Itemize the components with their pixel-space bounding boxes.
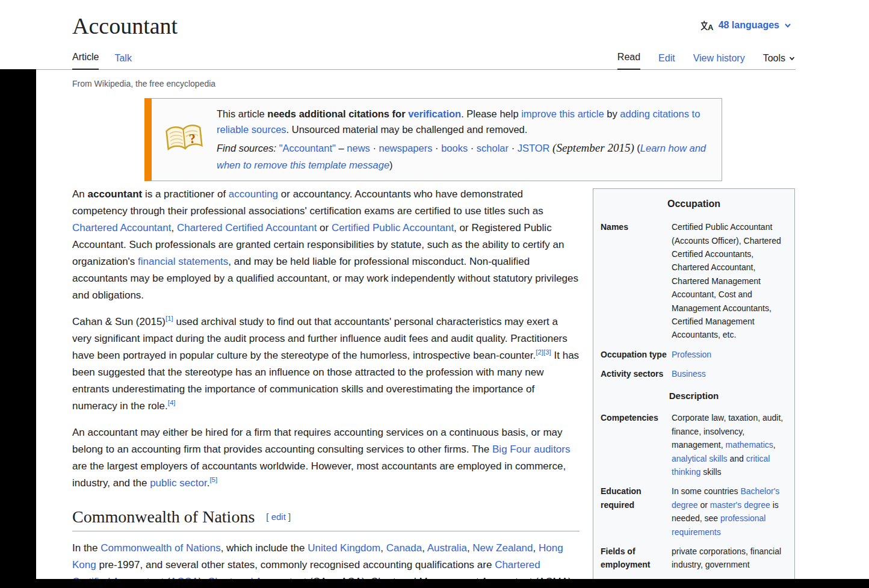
inline-link[interactable]: books	[441, 143, 468, 153]
inline-link[interactable]: United Kingdom	[308, 542, 380, 554]
inline-link[interactable]: scholar	[477, 143, 509, 153]
infobox-value: Business	[672, 367, 787, 380]
text-run: In the	[72, 542, 101, 554]
text-run: ,	[533, 542, 539, 554]
infobox-label: Education required	[601, 484, 667, 539]
title-row: Accountant A 48 languages	[72, 0, 796, 53]
inline-link[interactable]: public sector	[150, 477, 207, 489]
text-run: (September 2015)	[552, 141, 634, 154]
infobox-label: Occupation type	[601, 348, 667, 361]
inline-link[interactable]: master's degree	[710, 500, 770, 510]
text-run: Cahan & Sun (2015)	[72, 316, 165, 327]
infobox-row-activity-sectors: Activity sectors Business	[601, 364, 787, 383]
inline-link[interactable]: financial statements	[138, 256, 228, 267]
text-run: ·	[432, 143, 441, 153]
citation-notice-text: This article needs additional citations …	[217, 106, 711, 173]
section-edit-link[interactable]: edit	[271, 512, 286, 522]
infobox-row-education-required: Education required In some countries Bac…	[601, 481, 787, 542]
text-run: or	[698, 500, 710, 510]
text-run: –	[336, 143, 347, 153]
text-run: skills	[700, 467, 721, 477]
edit-bracket-close: ]	[286, 512, 291, 522]
inline-link[interactable]: [4]	[168, 399, 176, 406]
tools-menu-button[interactable]: Tools	[763, 53, 796, 70]
inline-link[interactable]: verification	[408, 108, 461, 119]
text-run: ,	[171, 222, 176, 234]
page-title: Accountant	[72, 13, 178, 40]
inline-link[interactable]: Chartered Certified Accountant	[177, 222, 317, 234]
text-run: needs additional citations for	[267, 108, 408, 119]
text-run: )	[389, 159, 393, 170]
text-run: Find sources:	[217, 143, 276, 153]
text-run: An accountant may either be hired for a …	[72, 427, 563, 455]
inline-link[interactable]: newspapers	[379, 143, 432, 153]
chevron-down-icon	[788, 55, 796, 62]
tab-edit[interactable]: Edit	[658, 53, 675, 70]
text-run: by	[604, 108, 620, 119]
tab-view-history[interactable]: View history	[693, 53, 745, 70]
infobox-value: private corporations, financial industry…	[672, 545, 787, 572]
inline-link[interactable]: Certified Public Accountant	[332, 222, 454, 234]
infobox-row-fields-of-employment: Fields of employment private corporation…	[601, 542, 787, 575]
infobox-value: Profession	[672, 348, 787, 361]
view-tabs: Read Edit View history Tools	[599, 52, 796, 69]
infobox-subheader: Description	[601, 383, 787, 408]
infobox-label: Fields of employment	[601, 545, 667, 572]
infobox-label: Competencies	[601, 411, 667, 478]
text-run: ,	[380, 542, 386, 554]
section-edit: [ edit ]	[266, 512, 291, 522]
languages-label: 48 languages	[719, 20, 779, 31]
text-run: Certified Public Accountant (Accounts Of…	[672, 222, 781, 339]
article-header: Accountant A 48 languages Article Talk	[0, 0, 869, 88]
infobox-value: Certified Public Accountant (Accounts Of…	[672, 220, 787, 342]
inline-link[interactable]: mathematics	[726, 440, 773, 450]
text-run: ,	[773, 440, 776, 450]
screen-black-bottom	[0, 579, 869, 588]
inline-link[interactable]: [1]	[165, 315, 173, 322]
inline-link[interactable]: Business	[672, 369, 706, 379]
text-run: ,	[422, 542, 427, 554]
inline-link[interactable]: [2]	[536, 348, 543, 356]
edit-bracket-open: [	[266, 512, 271, 522]
text-run: are the largest employers of accountants…	[72, 460, 566, 489]
text-run: ·	[509, 143, 518, 153]
inline-link[interactable]: accounting	[229, 188, 278, 200]
site-tagline: From Wikipedia, the free encyclopedia	[72, 79, 796, 88]
reference-sup: [1]	[165, 315, 173, 322]
inline-link[interactable]: [3]	[543, 348, 551, 356]
tab-talk[interactable]: Talk	[114, 53, 131, 70]
text-run: accountant	[88, 188, 143, 200]
inline-link[interactable]: JSTOR	[518, 143, 550, 153]
section-title: Commonwealth of Nations	[72, 507, 255, 526]
text-run: This article	[217, 108, 267, 119]
inline-link[interactable]: Canada	[386, 542, 422, 554]
citation-find-sources: Find sources: "Accountant" – news · news…	[217, 139, 711, 173]
text-run: . Please help	[461, 108, 521, 119]
text-run: , which include the	[221, 542, 308, 554]
text-run: pre-1997, and several other states, comm…	[96, 559, 495, 571]
inline-link[interactable]: Commonwealth of Nations	[101, 542, 220, 554]
infobox-value: In some countries Bachelor's degree or m…	[672, 484, 787, 539]
inline-link[interactable]: Profession	[672, 350, 711, 359]
inline-link[interactable]: analytical skills	[672, 454, 728, 463]
inline-link[interactable]: improve this article	[521, 108, 604, 119]
inline-link[interactable]: Chartered Accountant	[72, 222, 171, 234]
text-run: or	[317, 222, 332, 234]
inline-link[interactable]: Australia	[427, 542, 467, 554]
inline-link[interactable]: [5]	[209, 477, 217, 484]
chevron-down-icon	[784, 21, 792, 29]
infobox-value: Corporate law, taxation, audit, finance,…	[672, 411, 787, 478]
text-run: An	[72, 188, 88, 200]
article-content: ? This article needs additional citation…	[72, 98, 795, 588]
inline-link[interactable]: New Zealand	[472, 542, 533, 554]
inline-link[interactable]: news	[347, 143, 370, 153]
languages-button[interactable]: A 48 languages	[697, 19, 796, 31]
citation-notice-body: This article needs additional citations …	[217, 106, 711, 138]
tab-read[interactable]: Read	[617, 52, 640, 70]
text-run: (	[634, 143, 640, 153]
tools-label: Tools	[763, 53, 785, 64]
reference-sup: [5]	[209, 477, 217, 484]
inline-link[interactable]: "Accountant"	[279, 143, 336, 153]
inline-link[interactable]: Big Four auditors	[492, 444, 570, 455]
tab-article[interactable]: Article	[72, 52, 99, 70]
